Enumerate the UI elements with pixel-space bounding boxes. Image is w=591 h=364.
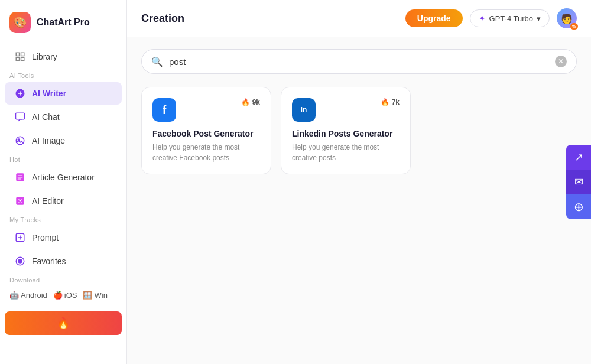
sidebar-item-prompt[interactable]: Prompt [5, 226, 122, 249]
ai-writer-icon [14, 87, 26, 99]
app-logo: 🎨 ChatArt Pro [0, 7, 126, 45]
discord-icon: ⊕ [574, 200, 584, 214]
android-download[interactable]: 🤖 Android [9, 291, 47, 300]
fire-icon: 🔥 [241, 98, 250, 106]
share-icon: ↗ [574, 151, 583, 164]
svg-rect-0 [16, 53, 19, 56]
app-name: ChatArt Pro [37, 17, 90, 28]
card-desc-facebook: Help you generate the most creative Face… [152, 142, 260, 163]
sidebar-item-favorites[interactable]: Favorites [5, 250, 122, 272]
card-logo-facebook: f [152, 98, 176, 122]
favorites-label: Favorites [32, 256, 66, 266]
card-logo-linkedin: in [292, 98, 316, 122]
sidebar-item-ai-editor[interactable]: AI Editor [5, 190, 122, 212]
sidebar-promo-bar[interactable]: 🔥 [5, 311, 122, 335]
sidebar-item-library[interactable]: Library [5, 46, 122, 68]
download-section-label: Download [0, 273, 126, 286]
apple-icon: 🍎 [53, 291, 63, 300]
main-header: Creation Upgrade ✦ GPT-4 Turbo ▾ 🧑 % [127, 0, 591, 37]
ai-chat-label: AI Chat [32, 112, 60, 122]
cards-area: f 🔥 9k Facebook Post Generator Help you … [127, 81, 591, 180]
card-stats-facebook: 🔥 9k [241, 98, 260, 106]
svg-rect-3 [16, 58, 19, 61]
svg-rect-5 [16, 113, 25, 119]
avatar-emoji: 🧑 [561, 13, 573, 24]
card-top: in 🔥 7k [292, 98, 400, 122]
model-selector[interactable]: ✦ GPT-4 Turbo ▾ [470, 9, 550, 27]
article-generator-label: Article Generator [32, 173, 95, 182]
avatar[interactable]: 🧑 % [557, 8, 577, 28]
fire-icon: 🔥 [381, 98, 389, 106]
library-label: Library [32, 52, 57, 61]
search-input[interactable] [169, 57, 549, 67]
clear-search-button[interactable]: ✕ [555, 56, 567, 67]
sidebar-item-ai-writer[interactable]: AI Writer [5, 82, 122, 105]
main-content: Creation Upgrade ✦ GPT-4 Turbo ▾ 🧑 % 🔍 ✕… [127, 0, 591, 364]
svg-point-12 [18, 259, 22, 263]
mail-icon: ✉ [574, 176, 583, 188]
right-float-buttons: ↗ ✉ ⊕ [566, 145, 591, 219]
card-linkedin[interactable]: in 🔥 7k Linkedin Posts Generator Help yo… [281, 87, 411, 174]
discord-button[interactable]: ⊕ [566, 194, 591, 219]
article-generator-icon [14, 171, 26, 183]
windows-icon: 🪟 [83, 291, 92, 300]
prompt-icon [14, 232, 26, 243]
sidebar-item-ai-image[interactable]: AI Image [5, 129, 122, 152]
search-icon: 🔍 [151, 56, 163, 67]
card-desc-linkedin: Help you generate the most creative post… [292, 142, 400, 163]
sidebar: 🎨 ChatArt Pro Library AI Tools AI Writer… [0, 0, 127, 364]
upgrade-button[interactable]: Upgrade [405, 9, 463, 27]
ai-image-label: AI Image [32, 136, 65, 145]
svg-rect-1 [21, 53, 24, 56]
win-download[interactable]: 🪟 Win [83, 291, 107, 300]
avatar-badge: % [570, 23, 578, 30]
card-title-linkedin: Linkedin Posts Generator [292, 129, 400, 138]
ai-writer-label: AI Writer [32, 89, 66, 98]
library-icon [14, 51, 26, 63]
download-row: 🤖 Android 🍎 iOS 🪟 Win [0, 286, 126, 304]
prompt-label: Prompt [32, 233, 59, 242]
sidebar-item-ai-chat[interactable]: AI Chat [5, 106, 122, 128]
search-bar: 🔍 ✕ [141, 49, 577, 74]
chevron-down-icon: ▾ [537, 14, 541, 23]
svg-point-6 [16, 136, 24, 145]
share-button[interactable]: ↗ [566, 145, 591, 170]
mail-button[interactable]: ✉ [566, 170, 591, 194]
my-tracks-section-label: My Tracks [0, 213, 126, 226]
header-right: Upgrade ✦ GPT-4 Turbo ▾ 🧑 % [405, 8, 577, 28]
card-top: f 🔥 9k [152, 98, 260, 122]
model-star-icon: ✦ [479, 14, 486, 23]
ai-chat-icon [14, 111, 26, 123]
card-title-facebook: Facebook Post Generator [152, 129, 260, 138]
ai-tools-section-label: AI Tools [0, 69, 126, 82]
svg-rect-2 [21, 58, 24, 61]
hot-section-label: Hot [0, 152, 126, 165]
card-facebook[interactable]: f 🔥 9k Facebook Post Generator Help you … [141, 87, 271, 174]
card-stats-linkedin: 🔥 7k [381, 98, 400, 106]
android-icon: 🤖 [9, 291, 19, 300]
ai-editor-icon [14, 195, 26, 207]
ai-image-icon [14, 135, 26, 147]
logo-icon: 🎨 [9, 12, 31, 33]
ai-editor-label: AI Editor [32, 196, 64, 206]
search-bar-wrap: 🔍 ✕ [127, 37, 591, 81]
favorites-icon [14, 255, 26, 267]
page-title: Creation [141, 12, 184, 25]
sidebar-item-article-generator[interactable]: Article Generator [5, 166, 122, 188]
ios-download[interactable]: 🍎 iOS [53, 291, 77, 300]
model-label: GPT-4 Turbo [489, 14, 533, 23]
